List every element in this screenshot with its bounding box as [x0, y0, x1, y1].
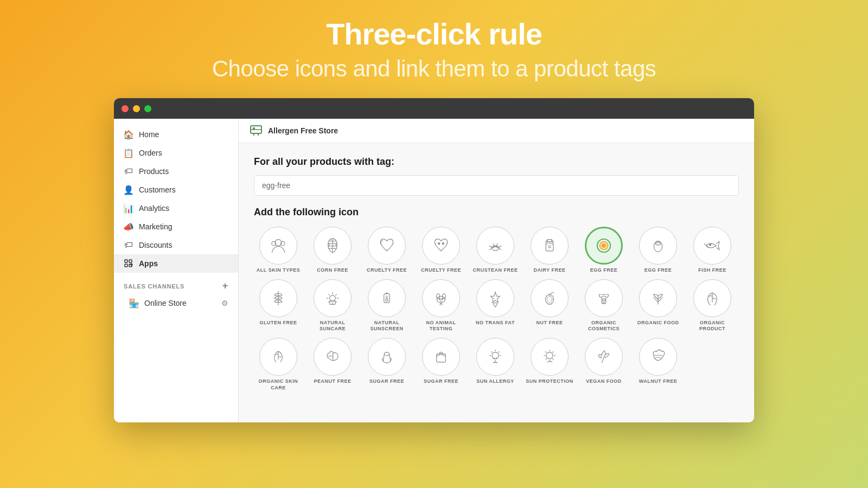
svg-rect-24: [547, 240, 552, 242]
icon-label-no-animal-testing: NO ANIMAL TESTING: [417, 320, 465, 332]
icon-sun-protection[interactable]: SUN PROTECTION: [525, 338, 574, 391]
svg-point-18: [492, 247, 499, 251]
icon-circle-sun-allergy: [476, 338, 514, 376]
traffic-light-green[interactable]: [144, 105, 151, 112]
sidebar-item-marketing[interactable]: 📣 Marketing: [114, 217, 238, 236]
svg-rect-0: [125, 260, 127, 262]
tag-input[interactable]: [254, 175, 739, 196]
icon-circle-natural-sunscreen: [368, 279, 406, 317]
svg-line-54: [440, 303, 441, 305]
icon-organic-product[interactable]: ORGANIC PRODUCT: [688, 279, 737, 332]
icon-egg-free-selected[interactable]: EGG FREE: [579, 227, 628, 274]
sidebar-item-customers[interactable]: 👤 Customers: [114, 181, 238, 199]
icon-crustean-free[interactable]: CRUSTEAN FREE: [471, 227, 520, 274]
store-name: Allergen Free Store: [268, 126, 338, 135]
icon-natural-sunscreen[interactable]: NATURAL SUNSCREEN: [362, 279, 411, 332]
icon-label-organic-skin-care: ORGANIC SKIN CARE: [254, 378, 303, 391]
icon-sugar-free-2[interactable]: SUGAR FREE: [417, 338, 465, 391]
sidebar-item-online-store[interactable]: 🏪 Online Store ⚙: [114, 294, 238, 312]
browser-titlebar: [114, 98, 754, 119]
customers-icon: 👤: [124, 185, 133, 195]
svg-rect-64: [437, 354, 446, 362]
subtitle: Choose icons and link them to a product …: [212, 56, 656, 82]
icon-circle-cruelty-free-2: [422, 227, 460, 265]
icon-label-no-trans-fat: NO TRANS FAT: [476, 320, 515, 326]
svg-point-31: [655, 242, 660, 245]
icon-all-skin-types[interactable]: ALL SKIN TYPES: [254, 227, 303, 274]
icon-circle-organic-food: [639, 279, 677, 317]
icon-natural-suncare[interactable]: NATURAL SUNCARE: [308, 279, 357, 332]
apps-icon: [124, 259, 133, 268]
icon-label-fish-free: FISH FREE: [698, 267, 726, 274]
icon-dairy-free[interactable]: DAIRY FREE: [525, 227, 574, 274]
svg-line-73: [491, 351, 492, 352]
icon-organic-cosmetics[interactable]: ORGANIC COSMETICS: [579, 279, 628, 332]
icon-label-peanut-free: PEANUT FREE: [314, 378, 351, 385]
sidebar-sales-channels-label: SALES CHANNELS +: [114, 273, 238, 294]
svg-rect-7: [253, 127, 255, 130]
sidebar-item-analytics[interactable]: 📊 Analytics: [114, 199, 238, 217]
icon-gluten-free[interactable]: GLUTEN FREE: [254, 279, 303, 332]
sidebar-item-discounts[interactable]: 🏷 Discounts: [114, 236, 238, 254]
products-icon: 🏷: [124, 166, 133, 176]
icon-nut-free[interactable]: NUT FREE: [525, 279, 574, 332]
traffic-light-yellow[interactable]: [133, 105, 140, 112]
sidebar-item-products[interactable]: 🏷 Products: [114, 162, 238, 181]
icon-label-sugar-free-1: SUGAR FREE: [369, 378, 404, 385]
icon-label-natural-sunscreen: NATURAL SUNSCREEN: [362, 320, 411, 332]
sidebar: 🏠 Home 📋 Orders 🏷 Products 👤 Customers 📊…: [114, 119, 239, 422]
discounts-icon: 🏷: [124, 240, 133, 250]
svg-point-58: [547, 296, 552, 303]
sidebar-item-apps[interactable]: Apps: [114, 254, 238, 273]
icon-organic-food[interactable]: ORGANIC FOOD: [634, 279, 682, 332]
icon-label-crustean-free: CRUSTEAN FREE: [473, 267, 518, 274]
icon-circle-nut-free: [531, 279, 569, 317]
main-content: Allergen Free Store For all your product…: [239, 119, 754, 422]
icon-circle-sugar-free-1: [368, 338, 406, 376]
sidebar-item-orders[interactable]: 📋 Orders: [114, 144, 238, 162]
icon-organic-skin-care[interactable]: ORGANIC SKIN CARE: [254, 338, 303, 391]
icons-grid: ALL SKIN TYPES: [254, 227, 739, 391]
svg-line-21: [489, 248, 492, 249]
icon-corn-free[interactable]: CORN FREE: [308, 227, 357, 274]
online-store-settings-icon[interactable]: ⚙: [221, 299, 228, 307]
sidebar-item-apps-label: Apps: [139, 259, 158, 268]
icon-circle-peanut-free: [314, 338, 352, 376]
icon-circle-gluten-free: [259, 279, 297, 317]
svg-line-55: [441, 303, 442, 305]
icon-sun-allergy[interactable]: SUN ALLERGY: [471, 338, 520, 391]
icon-circle-walnut-free: [639, 338, 677, 376]
icon-vegan-food[interactable]: VEGAN FOOD: [579, 338, 628, 391]
svg-point-53: [442, 298, 443, 299]
svg-point-61: [603, 298, 605, 301]
svg-line-82: [545, 351, 546, 352]
svg-point-17: [442, 243, 444, 245]
traffic-light-red[interactable]: [122, 105, 129, 112]
sidebar-item-discounts-label: Discounts: [139, 241, 172, 249]
icon-egg-free-2[interactable]: EGG FREE: [634, 227, 682, 274]
icon-label-gluten-free: GLUTEN FREE: [259, 320, 297, 326]
svg-point-76: [496, 358, 497, 359]
icon-circle-no-animal-testing: [422, 279, 460, 317]
svg-rect-1: [129, 260, 132, 262]
svg-line-40: [328, 294, 329, 295]
icon-circle-sugar-free-2: [422, 338, 460, 376]
add-sales-channel-button[interactable]: +: [222, 280, 228, 292]
sidebar-item-home[interactable]: 🏠 Home: [114, 125, 238, 144]
marketing-icon: 📣: [124, 222, 133, 232]
icon-cruelty-free-2[interactable]: CRUELTY FREE: [417, 227, 465, 274]
icon-walnut-free[interactable]: WALNUT FREE: [634, 338, 682, 391]
icon-label-walnut-free: WALNUT FREE: [639, 378, 678, 385]
icon-label-corn-free: CORN FREE: [317, 267, 348, 274]
icon-no-trans-fat[interactable]: NO TRANS FAT: [471, 279, 520, 332]
icon-label-sugar-free-2: SUGAR FREE: [424, 378, 458, 385]
icon-sugar-free-1[interactable]: SUGAR FREE: [362, 338, 411, 391]
icon-no-animal-testing[interactable]: NO ANIMAL TESTING: [417, 279, 465, 332]
icon-label-organic-product: ORGANIC PRODUCT: [688, 320, 737, 332]
svg-line-42: [335, 294, 336, 295]
icon-peanut-free[interactable]: PEANUT FREE: [308, 338, 357, 391]
tag-heading: For all your products with tag:: [254, 156, 739, 168]
icon-cruelty-free-1[interactable]: CRUELTY FREE: [362, 227, 411, 274]
icon-fish-free[interactable]: FISH FREE: [688, 227, 737, 274]
icon-circle-organic-skin-care: [259, 338, 297, 376]
